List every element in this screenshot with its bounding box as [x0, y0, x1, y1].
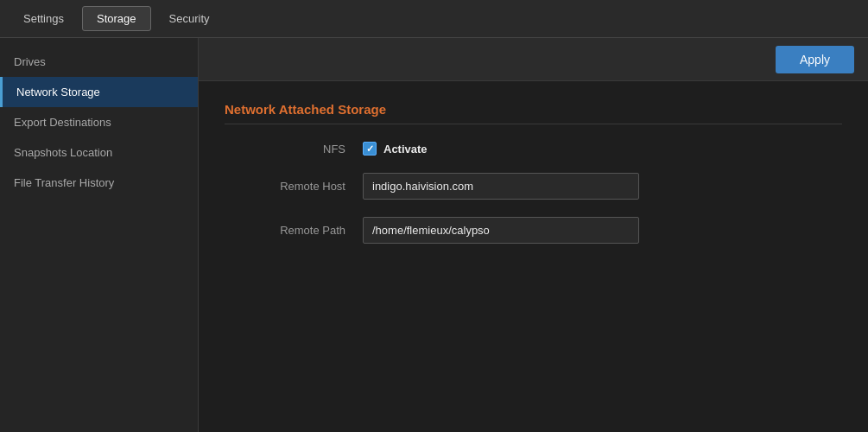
sidebar-item-drives[interactable]: Drives [0, 47, 198, 77]
remote-path-row: Remote Path [225, 217, 842, 244]
nfs-row: NFS Activate [225, 142, 842, 156]
top-nav: Settings Storage Security [0, 0, 868, 38]
sidebar: Drives Network Storage Export Destinatio… [0, 38, 199, 432]
remote-host-row: Remote Host [225, 173, 842, 200]
remote-path-input[interactable] [363, 217, 639, 244]
remote-host-label: Remote Host [225, 180, 363, 193]
tab-storage[interactable]: Storage [82, 6, 151, 31]
activate-label: Activate [383, 143, 428, 156]
apply-button[interactable]: Apply [776, 46, 854, 73]
remote-host-input[interactable] [363, 173, 639, 200]
sidebar-item-network-storage[interactable]: Network Storage [0, 77, 198, 107]
nfs-activate-checkbox[interactable] [363, 142, 377, 156]
tab-settings[interactable]: Settings [9, 6, 79, 31]
main-layout: Drives Network Storage Export Destinatio… [0, 38, 868, 432]
nfs-label: NFS [225, 143, 363, 156]
form-area: Network Attached Storage NFS Activate Re… [199, 81, 868, 432]
sidebar-item-export-destinations[interactable]: Export Destinations [0, 107, 198, 137]
content-area: Apply Network Attached Storage NFS Activ… [199, 38, 868, 432]
sidebar-item-file-transfer-history[interactable]: File Transfer History [0, 168, 198, 198]
sidebar-item-snapshots-location[interactable]: Snapshots Location [0, 137, 198, 168]
remote-path-label: Remote Path [225, 224, 363, 237]
section-title: Network Attached Storage [225, 102, 842, 124]
form-content: NFS Activate Remote Host Remote Path [225, 142, 842, 244]
toolbar: Apply [199, 38, 868, 81]
activate-checkbox-wrapper[interactable]: Activate [363, 142, 428, 156]
tab-security[interactable]: Security [155, 6, 225, 31]
